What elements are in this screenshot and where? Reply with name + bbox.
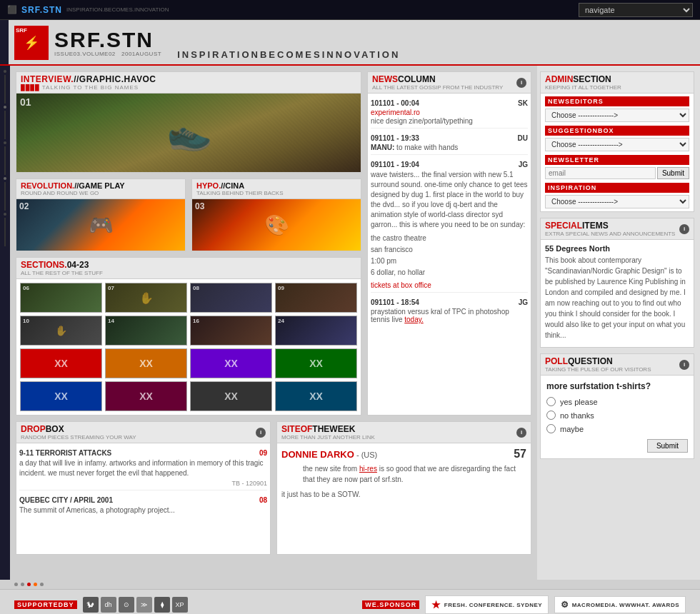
section-thumb-xx6[interactable]: XX bbox=[105, 381, 187, 411]
poll-radio-maybe[interactable] bbox=[546, 424, 556, 433]
poll-header: POLLQUESTION TAKING THE PULSE OF OUR VIS… bbox=[541, 354, 694, 376]
section-thumb-07[interactable]: 07✋ bbox=[105, 283, 187, 313]
sotw-footer: it just has to be a SOTW. bbox=[281, 490, 526, 498]
poll-label-maybe[interactable]: maybe bbox=[560, 425, 584, 433]
sotw-header: SITEOFTHEWEEK MORE THAN JUST ANOTHER LIN… bbox=[277, 422, 531, 443]
poll-option-yes: yes please bbox=[546, 397, 688, 406]
poll-submit-button[interactable]: Submit bbox=[647, 439, 688, 453]
poll-option-no: no thanks bbox=[546, 411, 688, 420]
news-text-3: wave twisters... the final version with … bbox=[371, 170, 528, 230]
footer-icon-5: ⧫ bbox=[154, 597, 170, 613]
topbar: ⬛ SRF.STN INSPIRATION.BECOMES.INNOVATION… bbox=[0, 0, 700, 20]
newseditors-select[interactable]: Choose ---------------> bbox=[545, 109, 689, 122]
poll-radio-no[interactable] bbox=[546, 411, 556, 420]
macromedia-badge: ⚙ MACROMEDIA. WWWHAT. AWARDS bbox=[554, 596, 686, 613]
gameplay-img-num: 02 bbox=[19, 201, 29, 211]
news-subtitle: ALL THE LATEST GOSSIP FROM THE INDUSTRY bbox=[372, 84, 503, 91]
fresh-conference-badge: ★ FRESH. CONFERENCE. SYDNEY bbox=[425, 595, 549, 614]
suggestion-subsection: SUGGESTIONBOX Choose -----------------> bbox=[545, 126, 689, 151]
footer-icon-2: dh bbox=[101, 597, 116, 613]
left-accent-strip bbox=[0, 20, 9, 64]
section-thumb-24[interactable]: 24 bbox=[275, 316, 357, 346]
dot-red bbox=[27, 583, 31, 586]
news-item-3: 091101 - 19:04 JG wave twisters... the f… bbox=[371, 158, 528, 293]
sotw-link[interactable]: DONNIE DARKO bbox=[281, 449, 354, 460]
gameplay-header: REVOLUTION.//GAME PLAY ROUND AND ROUND W… bbox=[16, 179, 185, 199]
poll-label-no[interactable]: no thanks bbox=[560, 411, 594, 420]
footer-icon-6: XP bbox=[172, 597, 188, 613]
section-thumb-16[interactable]: 16 bbox=[190, 316, 272, 346]
news-item-2: 091101 - 19:33 DU MANU: to make with han… bbox=[371, 131, 528, 155]
section-thumb-xx2[interactable]: XX bbox=[105, 348, 187, 378]
news-header: NEWSCOLUMN ALL THE LATEST GOSSIP FROM TH… bbox=[368, 72, 531, 94]
special-item-title: 55 Degrees North bbox=[545, 244, 689, 253]
news-link-4[interactable]: today. bbox=[404, 316, 424, 323]
admin-body: NEWSEDITORS Choose ---------------> SUGG… bbox=[541, 94, 694, 211]
news-date-4: 091101 - 18:54 bbox=[371, 298, 419, 306]
right-sidebar: ADMINSECTION KEEPING IT ALL TOGETHER NEW… bbox=[537, 66, 700, 580]
interview-image[interactable]: 👟 01 bbox=[16, 94, 361, 172]
news-link-1[interactable]: experimental.ro bbox=[371, 109, 528, 116]
footer-dots-row bbox=[0, 580, 700, 589]
newsletter-subsection: NEWSLETTER Submit bbox=[545, 155, 689, 179]
topbar-logo-w: ⬛ bbox=[7, 5, 17, 14]
section-thumb-xx1[interactable]: XX bbox=[20, 348, 102, 378]
sotw-info-icon: i bbox=[516, 428, 526, 438]
drop-title-2: QUEBEC CITY / APRIL 2001 bbox=[19, 496, 113, 504]
section-thumb-xx5[interactable]: XX bbox=[20, 381, 102, 411]
news-column: NEWSCOLUMN ALL THE LATEST GOSSIP FROM TH… bbox=[367, 71, 531, 416]
news-date-3: 091101 - 19:04 bbox=[371, 161, 419, 168]
section-thumb-09[interactable]: 09 bbox=[275, 283, 357, 313]
brand-logo: SRF ⚡ SRF.STN ISSUE03.VOLUME02 2001AUGUS… bbox=[14, 26, 161, 60]
footer: SUPPORTEDBY 🐿 dh ⊙ ≫ ⧫ XP WE.SPONSOR ★ F… bbox=[0, 589, 700, 614]
news-text-4: praystation versus kral of TPC in photos… bbox=[371, 308, 528, 323]
poll-label-yes[interactable]: yes please bbox=[560, 398, 598, 406]
dot1 bbox=[14, 583, 18, 586]
section-thumb-xx3[interactable]: XX bbox=[190, 348, 272, 378]
header-tagline: INSPIRATIONBECOMESINNOVATION bbox=[177, 49, 400, 60]
poll-body: more surfstation t-shirts? yes please no… bbox=[541, 376, 694, 458]
news-event-link-3[interactable]: tickets at box office bbox=[371, 281, 528, 289]
brand-name: SRF.STN bbox=[54, 29, 161, 51]
sotw-desc-link[interactable]: hi-res bbox=[359, 465, 377, 473]
nav-dropdown[interactable]: navigate bbox=[579, 3, 693, 17]
section-thumb-10[interactable]: 10✋ bbox=[20, 316, 102, 346]
hypo-img-num: 03 bbox=[195, 201, 204, 211]
sotw-count: 57 bbox=[514, 448, 526, 460]
gameplay-image[interactable]: 02 🎮 bbox=[16, 199, 185, 251]
left-sidebar-strip bbox=[0, 66, 10, 580]
topbar-sub: INSPIRATION.BECOMES.INNOVATION bbox=[66, 6, 169, 13]
poll-question: more surfstation t-shirts? bbox=[546, 381, 688, 391]
news-date-2: 091101 - 19:33 bbox=[371, 134, 419, 142]
newsletter-submit-button[interactable]: Submit bbox=[657, 167, 689, 179]
news-author-1: SK bbox=[518, 99, 528, 107]
section-thumb-14[interactable]: 14 bbox=[105, 316, 187, 346]
newseditors-subsection: NEWSEDITORS Choose ---------------> bbox=[545, 96, 689, 122]
sponsor-icons: 🐿 dh ⊙ ≫ ⧫ XP bbox=[83, 597, 188, 613]
inspiration-select[interactable]: Choose ---------------> bbox=[545, 195, 689, 208]
special-info-icon: i bbox=[679, 224, 689, 234]
special-item-text: This book about contemporary "Scandinavi… bbox=[545, 255, 689, 341]
footer-left: SUPPORTEDBY 🐿 dh ⊙ ≫ ⧫ XP bbox=[14, 597, 188, 613]
suggestion-select[interactable]: Choose -----------------> bbox=[545, 138, 689, 151]
sotw-desc: the new site from hi-res is so good that… bbox=[281, 463, 526, 485]
poll-radio-yes[interactable] bbox=[546, 397, 556, 406]
special-body: 55 Degrees North This book about contemp… bbox=[541, 240, 694, 347]
hypo-image[interactable]: 03 🎨 bbox=[192, 199, 361, 251]
section-thumb-06[interactable]: 06 bbox=[20, 283, 102, 313]
sotw-subtitle: MORE THAN JUST ANOTHER LINK bbox=[281, 434, 375, 441]
section-thumb-xx8[interactable]: XX bbox=[275, 381, 357, 411]
poll-info-icon: i bbox=[679, 360, 689, 370]
drop-text-1: a day that will live in infamy. artworks… bbox=[19, 458, 267, 478]
email-input[interactable] bbox=[545, 167, 656, 179]
poll-submit-row: Submit bbox=[546, 439, 688, 453]
sections-subtitle: ALL THE REST OF THE STUFF bbox=[21, 270, 103, 276]
interview-subtitle: TALKING TO THE BIG NAMES bbox=[42, 84, 139, 91]
section-thumb-xx7[interactable]: XX bbox=[190, 381, 272, 411]
inspiration-title: INSPIRATION bbox=[545, 183, 689, 193]
section-thumb-xx4[interactable]: XX bbox=[275, 348, 357, 378]
poll-block: POLLQUESTION TAKING THE PULSE OF OUR VIS… bbox=[540, 353, 694, 459]
news-text-1: nice design zine/portal/typething bbox=[371, 117, 528, 125]
section-thumb-08[interactable]: 08 bbox=[190, 283, 272, 313]
sections-header: SECTIONS.04-23 ALL THE REST OF THE STUFF bbox=[16, 258, 361, 279]
